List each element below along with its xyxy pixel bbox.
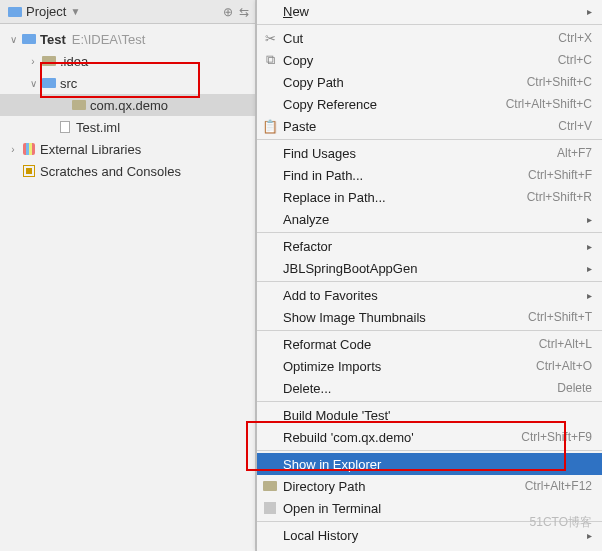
tree-ext-label: External Libraries — [40, 142, 141, 157]
menu-separator — [257, 24, 602, 25]
libraries-icon — [20, 143, 38, 155]
menu-analyze[interactable]: Analyze▸ — [257, 208, 602, 230]
menu-separator — [257, 232, 602, 233]
menu-show-in-explorer[interactable]: Show in Explorer — [257, 453, 602, 475]
tree-package[interactable]: › com.qx.demo — [0, 94, 255, 116]
tree-external-libs[interactable]: › External Libraries — [0, 138, 255, 160]
project-tree: ∨ Test E:\IDEA\Test › .idea ∨ src › com.… — [0, 24, 255, 186]
menu-separator — [257, 139, 602, 140]
menu-refactor[interactable]: Refactor▸ — [257, 235, 602, 257]
expand-icon[interactable]: ∨ — [6, 34, 20, 45]
menu-paste[interactable]: 📋PasteCtrl+V — [257, 115, 602, 137]
tree-root[interactable]: ∨ Test E:\IDEA\Test — [0, 28, 255, 50]
menu-cut-shortcut: Ctrl+X — [558, 31, 592, 45]
menu-terminal-label: Open in Terminal — [283, 501, 592, 516]
src-folder-icon — [40, 78, 58, 88]
tree-scratch-label: Scratches and Consoles — [40, 164, 181, 179]
menu-jbl-label: JBLSpringBootAppGen — [283, 261, 583, 276]
menu-add-favorites[interactable]: Add to Favorites▸ — [257, 284, 602, 306]
tree-src[interactable]: ∨ src — [0, 72, 255, 94]
menu-copy-path-shortcut: Ctrl+Shift+C — [527, 75, 592, 89]
menu-image-thumbnails[interactable]: Show Image ThumbnailsCtrl+Shift+T — [257, 306, 602, 328]
folder-icon — [257, 481, 283, 491]
menu-local-history[interactable]: Local History▸ — [257, 524, 602, 546]
module-icon — [20, 34, 38, 44]
dropdown-icon[interactable]: ▼ — [70, 6, 80, 17]
cut-icon: ✂ — [257, 31, 283, 46]
menu-favorites-label: Add to Favorites — [283, 288, 583, 303]
menu-find-in-path[interactable]: Find in Path...Ctrl+Shift+F — [257, 164, 602, 186]
expand-icon[interactable]: ∨ — [26, 78, 40, 89]
menu-rebuild-label: Rebuild 'com.qx.demo' — [283, 430, 521, 445]
terminal-icon — [257, 502, 283, 514]
menu-cut[interactable]: ✂CutCtrl+X — [257, 27, 602, 49]
expand-icon[interactable]: › — [6, 144, 20, 155]
tree-iml-label: Test.iml — [76, 120, 120, 135]
menu-paste-shortcut: Ctrl+V — [558, 119, 592, 133]
menu-show-explorer-label: Show in Explorer — [283, 457, 592, 472]
project-title[interactable]: Project — [26, 4, 66, 19]
menu-separator — [257, 401, 602, 402]
menu-refactor-label: Refactor — [283, 239, 583, 254]
tree-scratches[interactable]: › Scratches and Consoles — [0, 160, 255, 182]
menu-delete[interactable]: Delete...Delete — [257, 377, 602, 399]
menu-replace-in-path[interactable]: Replace in Path...Ctrl+Shift+R — [257, 186, 602, 208]
menu-separator — [257, 330, 602, 331]
submenu-icon: ▸ — [587, 214, 592, 225]
file-icon — [56, 121, 74, 133]
menu-copy-label: Copy — [283, 53, 558, 68]
menu-reformat-code[interactable]: Reformat CodeCtrl+Alt+L — [257, 333, 602, 355]
menu-find-usages-label: Find Usages — [283, 146, 557, 161]
menu-thumbnails-shortcut: Ctrl+Shift+T — [528, 310, 592, 324]
menu-cut-label: Cut — [283, 31, 558, 46]
menu-replace-in-path-shortcut: Ctrl+Shift+R — [527, 190, 592, 204]
tree-idea-label: .idea — [60, 54, 88, 69]
submenu-icon: ▸ — [587, 290, 592, 301]
menu-dir-path-label: Directory Path — [283, 479, 525, 494]
collapse-icon[interactable]: ⇆ — [239, 5, 249, 19]
menu-delete-shortcut: Delete — [557, 381, 592, 395]
menu-separator — [257, 450, 602, 451]
project-tool-window: Project ▼ ⊕ ⇆ ∨ Test E:\IDEA\Test › .ide… — [0, 0, 256, 551]
menu-thumbnails-label: Show Image Thumbnails — [283, 310, 528, 325]
package-icon — [70, 100, 88, 110]
folder-icon — [40, 56, 58, 66]
submenu-icon: ▸ — [587, 241, 592, 252]
menu-reformat-label: Reformat Code — [283, 337, 539, 352]
target-icon[interactable]: ⊕ — [223, 5, 233, 19]
menu-find-usages[interactable]: Find UsagesAlt+F7 — [257, 142, 602, 164]
menu-optimize-imports[interactable]: Optimize ImportsCtrl+Alt+O — [257, 355, 602, 377]
menu-directory-path[interactable]: Directory PathCtrl+Alt+F12 — [257, 475, 602, 497]
tree-idea[interactable]: › .idea — [0, 50, 255, 72]
menu-jbl[interactable]: JBLSpringBootAppGen▸ — [257, 257, 602, 279]
menu-build-module[interactable]: Build Module 'Test' — [257, 404, 602, 426]
menu-analyze-label: Analyze — [283, 212, 583, 227]
menu-paste-label: Paste — [283, 119, 558, 134]
menu-copy[interactable]: ⧉CopyCtrl+C — [257, 49, 602, 71]
menu-copy-shortcut: Ctrl+C — [558, 53, 592, 67]
menu-reformat-shortcut: Ctrl+Alt+L — [539, 337, 592, 351]
menu-optimize-label: Optimize Imports — [283, 359, 536, 374]
tree-package-label: com.qx.demo — [90, 98, 168, 113]
menu-synchronize[interactable]: ⟳Synchronize 'demo' — [257, 546, 602, 551]
scratch-icon — [20, 165, 38, 177]
menu-copy-path[interactable]: Copy PathCtrl+Shift+C — [257, 71, 602, 93]
menu-delete-label: Delete... — [283, 381, 557, 396]
submenu-icon: ▸ — [587, 6, 592, 17]
menu-new-label: ew — [292, 4, 309, 19]
menu-copy-reference[interactable]: Copy ReferenceCtrl+Alt+Shift+C — [257, 93, 602, 115]
menu-open-terminal[interactable]: Open in Terminal — [257, 497, 602, 519]
expand-icon[interactable]: › — [26, 56, 40, 67]
menu-rebuild[interactable]: Rebuild 'com.qx.demo'Ctrl+Shift+F9 — [257, 426, 602, 448]
menu-find-in-path-shortcut: Ctrl+Shift+F — [528, 168, 592, 182]
menu-separator — [257, 521, 602, 522]
project-titlebar: Project ▼ ⊕ ⇆ — [0, 0, 255, 24]
submenu-icon: ▸ — [587, 530, 592, 541]
menu-new[interactable]: New▸ — [257, 0, 602, 22]
tree-iml[interactable]: › Test.iml — [0, 116, 255, 138]
menu-dir-path-shortcut: Ctrl+Alt+F12 — [525, 479, 592, 493]
copy-icon: ⧉ — [257, 52, 283, 68]
context-menu: New▸ ✂CutCtrl+X ⧉CopyCtrl+C Copy PathCtr… — [256, 0, 602, 551]
paste-icon: 📋 — [257, 119, 283, 134]
tree-root-label: Test — [40, 32, 66, 47]
